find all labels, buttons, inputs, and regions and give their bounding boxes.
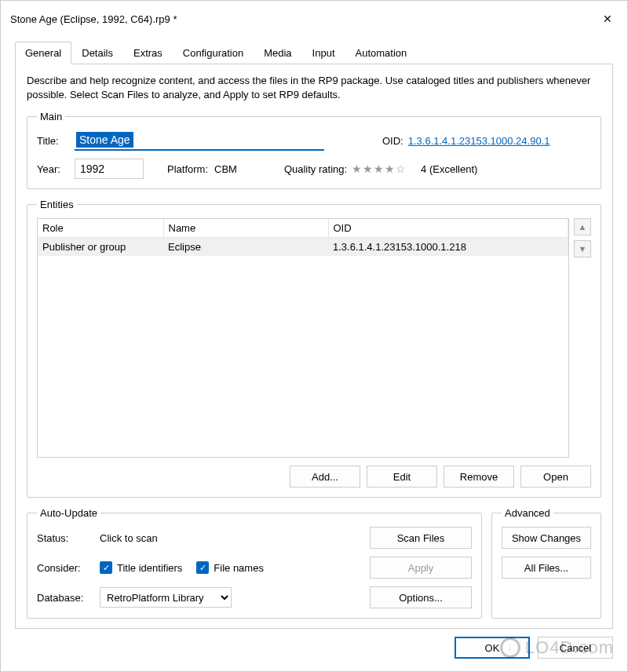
table-row[interactable]: Publisher or group Eclipse 1.3.6.1.4.1.2… xyxy=(38,238,568,257)
close-icon: ✕ xyxy=(603,13,612,25)
cancel-button[interactable]: Cancel xyxy=(538,637,613,659)
add-button[interactable]: Add... xyxy=(290,466,360,488)
auto-update-group: Auto-Update Status: Click to scan Scan F… xyxy=(27,507,482,619)
tabstrip: General Details Extras Configuration Med… xyxy=(15,42,613,64)
window-title: Stone Age (Eclipse, 1992, C64).rp9 * xyxy=(10,13,590,25)
col-role[interactable]: Role xyxy=(38,219,163,238)
cell-role: Publisher or group xyxy=(38,238,163,257)
move-up-button[interactable]: ▲ xyxy=(574,218,591,236)
advanced-legend: Advanced xyxy=(502,507,553,519)
oid-label: OID: xyxy=(382,135,403,147)
show-changes-button[interactable]: Show Changes xyxy=(502,527,591,549)
title-input[interactable]: Stone Age xyxy=(75,130,324,151)
quality-text: 4 (Excellent) xyxy=(421,163,477,175)
tab-panel-general: Describe and help recognize content, and… xyxy=(15,64,613,629)
dialog-footer: OK Cancel xyxy=(1,637,627,671)
status-label: Status: xyxy=(37,532,100,544)
file-names-label: File names xyxy=(214,562,264,574)
cell-name: Eclipse xyxy=(163,238,328,257)
consider-label: Consider: xyxy=(37,562,100,574)
year-label: Year: xyxy=(37,163,75,175)
move-down-button[interactable]: ▼ xyxy=(574,240,591,257)
col-name[interactable]: Name xyxy=(163,219,328,238)
apply-button[interactable]: Apply xyxy=(370,557,472,579)
database-select[interactable]: RetroPlatform Library xyxy=(100,587,232,608)
edit-button[interactable]: Edit xyxy=(367,466,437,488)
remove-button[interactable]: Remove xyxy=(444,466,514,488)
title-identifiers-label: Title identifiers xyxy=(117,562,182,574)
all-files-button[interactable]: All Files... xyxy=(502,557,591,579)
options-button[interactable]: Options... xyxy=(370,586,472,608)
tab-media[interactable]: Media xyxy=(254,42,301,64)
status-value: Click to scan xyxy=(100,532,370,544)
title-value: Stone Age xyxy=(76,132,133,148)
cell-oid: 1.3.6.1.4.1.23153.1000.1.218 xyxy=(328,238,568,257)
tab-details[interactable]: Details xyxy=(71,42,123,64)
file-names-checkbox[interactable]: ✓ File names xyxy=(196,561,264,574)
chevron-up-icon: ▲ xyxy=(579,222,587,232)
tab-input[interactable]: Input xyxy=(302,42,345,64)
auto-update-legend: Auto-Update xyxy=(37,507,100,519)
advanced-group: Advanced Show Changes All Files... xyxy=(491,507,601,619)
titlebar: Stone Age (Eclipse, 1992, C64).rp9 * ✕ xyxy=(1,1,627,37)
dialog-window: Stone Age (Eclipse, 1992, C64).rp9 * ✕ G… xyxy=(0,0,628,672)
check-icon: ✓ xyxy=(100,561,112,574)
open-button[interactable]: Open xyxy=(520,466,591,488)
entities-legend: Entities xyxy=(37,199,77,210)
quality-stars[interactable]: ★★★★☆ xyxy=(352,163,407,175)
quality-label: Quality rating: xyxy=(284,163,347,175)
col-oid[interactable]: OID xyxy=(328,219,568,238)
chevron-down-icon: ▼ xyxy=(579,244,587,254)
description-text: Describe and help recognize content, and… xyxy=(27,74,601,101)
tab-extras[interactable]: Extras xyxy=(123,42,173,64)
title-label: Title: xyxy=(37,135,75,147)
tab-configuration[interactable]: Configuration xyxy=(173,42,254,64)
title-identifiers-checkbox[interactable]: ✓ Title identifiers xyxy=(100,561,182,574)
entities-group: Entities Role Name OID Pu xyxy=(27,199,601,498)
scan-files-button[interactable]: Scan Files xyxy=(370,527,472,549)
main-group: Main Title: Stone Age OID: 1.3.6.1.4.1.2… xyxy=(27,111,601,189)
year-input[interactable] xyxy=(75,159,144,179)
database-label: Database: xyxy=(37,592,100,604)
main-legend: Main xyxy=(37,111,65,122)
platform-value: CBM xyxy=(214,163,237,175)
oid-link[interactable]: 1.3.6.1.4.1.23153.1000.24.90.1 xyxy=(408,135,550,147)
tab-general[interactable]: General xyxy=(15,42,71,64)
check-icon: ✓ xyxy=(196,561,209,574)
entities-table[interactable]: Role Name OID Publisher or group Eclipse… xyxy=(37,218,569,458)
tab-automation[interactable]: Automation xyxy=(345,42,418,64)
ok-button[interactable]: OK xyxy=(455,637,530,659)
close-button[interactable]: ✕ xyxy=(590,7,626,31)
platform-label: Platform: xyxy=(167,163,208,175)
